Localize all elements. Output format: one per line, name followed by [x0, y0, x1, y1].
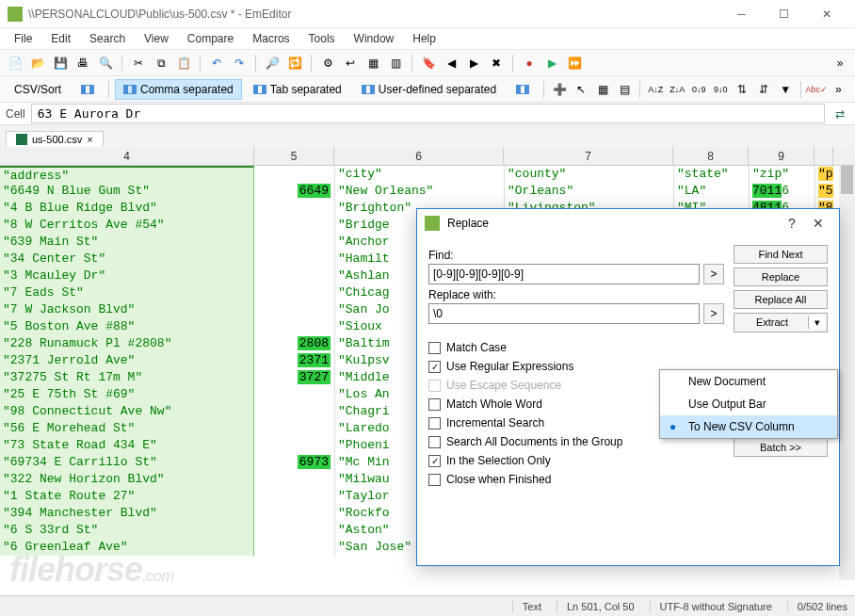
menu-help[interactable]: Help	[404, 30, 444, 47]
table-row[interactable]: "6649 N Blue Gum St"6649"New Orleans""Or…	[0, 183, 855, 200]
sort-za-icon[interactable]: Z↓A	[668, 80, 686, 99]
table-icon[interactable]: ▦	[593, 80, 612, 99]
toolbar-overflow-icon[interactable]: »	[831, 54, 849, 73]
sort-09-icon[interactable]: 0↓9	[689, 80, 708, 99]
replace-all-button[interactable]: Replace All	[734, 290, 828, 309]
undo-icon[interactable]: ↶	[207, 54, 226, 73]
replace-icon[interactable]: 🔁	[285, 54, 304, 73]
csv-sort-button[interactable]: CSV/Sort	[6, 79, 70, 100]
column-header-10[interactable]	[815, 147, 833, 165]
copy-icon[interactable]: ⧉	[152, 54, 170, 73]
column-header-5[interactable]: 5	[254, 147, 334, 165]
dialog-icon	[425, 216, 440, 231]
print-icon[interactable]: 🖶	[73, 54, 92, 73]
title-bar: \\PERSONALCLOUD\Public\us-500.csv * - Em…	[0, 0, 855, 28]
replace-button[interactable]: Replace	[734, 267, 828, 286]
new-icon[interactable]: 📄	[6, 54, 24, 73]
extract-dropdown-icon[interactable]: ▾	[808, 316, 825, 329]
sort-len2-icon[interactable]: ⇵	[754, 80, 773, 99]
extract-button[interactable]: Extract▾	[734, 313, 828, 332]
bookmark-prev-icon[interactable]: ◀	[442, 54, 460, 73]
match-case-checkbox[interactable]: Match Case	[428, 341, 724, 354]
find-menu-button[interactable]: >	[703, 264, 724, 284]
find-icon[interactable]: 🔎	[263, 54, 282, 73]
csv-toolbar: CSV/Sort Comma separated Tab separated U…	[0, 75, 855, 102]
cut-icon[interactable]: ✂	[129, 54, 148, 73]
dialog-titlebar[interactable]: Replace ? ✕	[417, 209, 839, 237]
table-row[interactable]: "address""city""county""state""zip""p	[0, 166, 855, 183]
vertical-scrollbar[interactable]: ▴	[839, 166, 855, 580]
replace-input[interactable]	[428, 303, 700, 324]
close-finished-checkbox[interactable]: Close when Finished	[428, 473, 724, 486]
column-header-4[interactable]: 4	[0, 147, 254, 165]
cell-toggle-icon[interactable]: ⇄	[831, 105, 849, 123]
selection-only-checkbox[interactable]: In the Selection Only	[428, 454, 724, 467]
minimize-button[interactable]: ─	[720, 1, 763, 27]
column-header-6[interactable]: 6	[334, 147, 504, 165]
close-button[interactable]: ✕	[805, 1, 847, 27]
document-tab[interactable]: us-500.csv ×	[6, 131, 104, 147]
open-icon[interactable]: 📂	[28, 54, 47, 73]
extract-output-bar[interactable]: Use Output Bar	[660, 393, 837, 415]
menu-search[interactable]: Search	[81, 30, 134, 47]
column-header-9[interactable]: 9	[749, 147, 815, 165]
extract-dropdown-menu: New Document Use Output Bar To New CSV C…	[659, 369, 838, 439]
menu-tools[interactable]: Tools	[300, 30, 344, 47]
csv-more-button[interactable]	[508, 81, 538, 98]
menu-macros[interactable]: Macros	[244, 30, 298, 47]
paste-icon[interactable]: 📋	[174, 54, 193, 73]
macro-play-icon[interactable]: ▶	[542, 54, 561, 73]
config-icon[interactable]: ⚙	[318, 54, 337, 73]
csv-overflow-icon[interactable]: »	[829, 80, 847, 99]
dialog-close-button[interactable]: ✕	[805, 216, 831, 231]
tab-separated-button[interactable]: Tab separated	[245, 79, 350, 100]
column-select-icon[interactable]: ↖	[572, 80, 590, 99]
bookmark-icon[interactable]: 🔖	[419, 54, 438, 73]
find-next-button[interactable]: Find Next	[734, 245, 828, 264]
find-input[interactable]	[428, 264, 700, 284]
macro-fast-icon[interactable]: ⏩	[565, 54, 584, 73]
bookmark-next-icon[interactable]: ▶	[464, 54, 483, 73]
cell-input[interactable]	[31, 104, 825, 123]
wrap-icon[interactable]: ↩	[341, 54, 360, 73]
window-title: \\PERSONALCLOUD\Public\us-500.csv * - Em…	[28, 8, 720, 21]
grid-icon[interactable]: ▦	[363, 54, 382, 73]
sort-len-icon[interactable]: ⇅	[733, 80, 751, 99]
app-icon	[8, 7, 23, 22]
cell-label: Cell	[6, 107, 25, 121]
status-encoding: UTF-8 without Signature	[650, 601, 772, 612]
document-tab-name: us-500.csv	[32, 134, 82, 145]
menu-edit[interactable]: Edit	[42, 30, 79, 47]
scroll-thumb[interactable]	[841, 166, 853, 194]
spell-icon[interactable]: Abc✓	[807, 80, 826, 99]
menu-compare[interactable]: Compare	[179, 30, 242, 47]
dialog-help-button[interactable]: ?	[779, 216, 805, 231]
replace-label: Replace with:	[428, 288, 724, 301]
replace-menu-button[interactable]: >	[703, 303, 724, 324]
document-tab-close[interactable]: ×	[87, 134, 92, 145]
table2-icon[interactable]: ▤	[615, 80, 634, 99]
bookmark-clear-icon[interactable]: ✖	[487, 54, 506, 73]
menu-window[interactable]: Window	[346, 30, 403, 47]
extract-new-document[interactable]: New Document	[660, 370, 837, 393]
batch-button[interactable]: Batch >>	[734, 438, 828, 457]
menu-view[interactable]: View	[136, 30, 177, 47]
column-add-icon[interactable]: ➕	[550, 80, 569, 99]
preview-icon[interactable]: 🔍	[96, 54, 115, 73]
extract-new-csv-column[interactable]: To New CSV Column	[660, 415, 837, 438]
columns-icon[interactable]: ▥	[386, 54, 405, 73]
normal-mode-button[interactable]	[73, 81, 103, 98]
column-header-8[interactable]: 8	[673, 147, 749, 165]
status-lines: 0/502 lines	[787, 601, 847, 612]
filter-icon[interactable]: ▼	[776, 80, 795, 99]
maximize-button[interactable]: ☐	[763, 1, 805, 27]
macro-record-icon[interactable]: ●	[520, 54, 539, 73]
sort-90-icon[interactable]: 9↓0	[711, 80, 730, 99]
menu-file[interactable]: File	[6, 30, 40, 47]
user-separated-button[interactable]: User-defined separated	[353, 79, 505, 100]
sort-az-icon[interactable]: A↓Z	[646, 80, 665, 99]
redo-icon[interactable]: ↷	[230, 54, 249, 73]
save-icon[interactable]: 💾	[51, 54, 70, 73]
comma-separated-button[interactable]: Comma separated	[115, 79, 242, 100]
column-header-7[interactable]: 7	[504, 147, 673, 165]
